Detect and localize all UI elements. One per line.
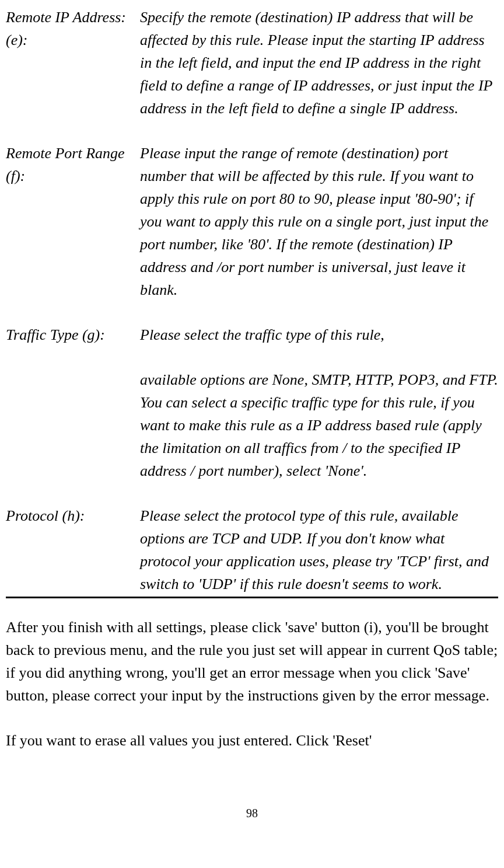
- term-remote-port: Remote Port Range (f):: [6, 142, 140, 301]
- term-traffic-type: Traffic Type (g):: [6, 323, 140, 482]
- description-traffic-type-p1: Please select the traffic type of this r…: [140, 323, 498, 346]
- description-remote-port: Please input the range of remote (destin…: [140, 142, 498, 301]
- description-traffic-type: Please select the traffic type of this r…: [140, 323, 498, 482]
- definition-remote-port: Remote Port Range (f): Please input the …: [6, 142, 498, 301]
- term-remote-ip: Remote IP Address: (e):: [6, 6, 140, 120]
- body-para-1: After you finish with all settings, plea…: [6, 616, 498, 707]
- definition-traffic-type: Traffic Type (g): Please select the traf…: [6, 323, 498, 482]
- body-para-2: If you want to erase all values you just…: [6, 729, 498, 752]
- description-remote-ip: Specify the remote (destination) IP addr…: [140, 6, 498, 120]
- definition-remote-ip: Remote IP Address: (e): Specify the remo…: [6, 6, 498, 120]
- description-traffic-type-p2: available options are None, SMTP, HTTP, …: [140, 368, 498, 482]
- definition-protocol: Protocol (h): Please select the protocol…: [6, 504, 498, 595]
- page-number: 98: [6, 804, 498, 822]
- description-protocol: Please select the protocol type of this …: [140, 504, 498, 595]
- term-protocol: Protocol (h):: [6, 504, 140, 595]
- definitions-section: Remote IP Address: (e): Specify the remo…: [6, 6, 498, 598]
